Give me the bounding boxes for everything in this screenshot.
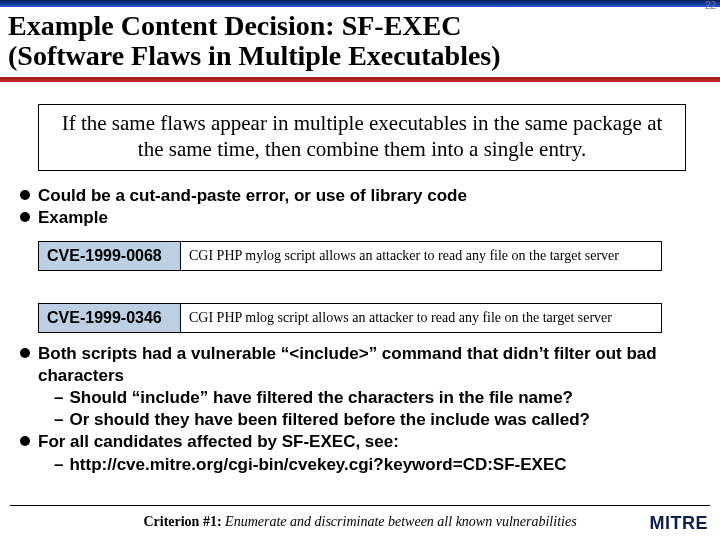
sub-bullet-text: Or should they have been filtered before…: [69, 409, 590, 431]
slide-title: Example Content Decision: SF-EXEC (Softw…: [0, 7, 720, 73]
cve-id-cell: CVE-1999-0346: [39, 304, 181, 333]
cve-id-cell: CVE-1999-0068: [39, 242, 181, 271]
sub-bullets: – Should “include” have filtered the cha…: [54, 387, 700, 431]
bullet-item: Could be a cut-and-paste error, or use o…: [20, 185, 700, 207]
sub-bullets: – http://cve.mitre.org/cgi-bin/cvekey.cg…: [54, 454, 700, 476]
bullet-icon: [20, 436, 30, 446]
bullet-text: For all candidates affected by SF-EXEC, …: [38, 431, 700, 453]
header-gradient: [0, 0, 720, 7]
slide: 22 Example Content Decision: SF-EXEC (So…: [0, 0, 720, 540]
title-underline: [0, 77, 720, 82]
sub-bullet-item: – http://cve.mitre.org/cgi-bin/cvekey.cg…: [54, 454, 700, 476]
sub-bullet-text: http://cve.mitre.org/cgi-bin/cvekey.cgi?…: [69, 454, 566, 476]
sub-bullet-item: – Should “include” have filtered the cha…: [54, 387, 700, 409]
table-row: CVE-1999-0346 CGI PHP mlog script allows…: [39, 304, 662, 333]
criterion-rest: Enumerate and discriminate between all k…: [225, 514, 577, 529]
page-number: 22: [705, 0, 716, 11]
cve-desc-cell: CGI PHP mlog script allows an attacker t…: [181, 304, 662, 333]
footer-divider: [10, 505, 710, 506]
bullet-item: Both scripts had a vulnerable “<include>…: [20, 343, 700, 387]
table-gap: [0, 281, 720, 291]
footer: Criterion #1: Enumerate and discriminate…: [0, 505, 720, 534]
bullet-icon: [20, 212, 30, 222]
table-row: CVE-1999-0068 CGI PHP mylog script allow…: [39, 242, 662, 271]
bullet-text: Example: [38, 207, 700, 229]
title-line-2: (Software Flaws in Multiple Executables): [8, 40, 501, 71]
sub-bullet-item: – Or should they have been filtered befo…: [54, 409, 700, 431]
mitre-logo: MITRE: [650, 513, 709, 534]
bullet-icon: [20, 190, 30, 200]
criterion-lead: Criterion #1:: [143, 514, 225, 529]
cve-table: CVE-1999-0068 CGI PHP mylog script allow…: [38, 241, 662, 271]
bullet-icon: [20, 348, 30, 358]
title-line-1: Example Content Decision: SF-EXEC: [8, 10, 461, 41]
callout-box: If the same flaws appear in multiple exe…: [38, 104, 686, 170]
dash-icon: –: [54, 387, 63, 409]
bullets-bottom: Both scripts had a vulnerable “<include>…: [20, 343, 700, 476]
dash-icon: –: [54, 454, 63, 476]
bullets-top: Could be a cut-and-paste error, or use o…: [20, 185, 700, 229]
criterion-text: Criterion #1: Enumerate and discriminate…: [143, 514, 576, 530]
cve-desc-cell: CGI PHP mylog script allows an attacker …: [181, 242, 662, 271]
sub-bullet-text: Should “include” have filtered the chara…: [69, 387, 573, 409]
bullet-item: Example: [20, 207, 700, 229]
bullet-text: Both scripts had a vulnerable “<include>…: [38, 343, 700, 387]
footer-row: Criterion #1: Enumerate and discriminate…: [0, 510, 720, 534]
cve-table: CVE-1999-0346 CGI PHP mlog script allows…: [38, 303, 662, 333]
dash-icon: –: [54, 409, 63, 431]
bullet-item: For all candidates affected by SF-EXEC, …: [20, 431, 700, 453]
bullet-text: Could be a cut-and-paste error, or use o…: [38, 185, 700, 207]
